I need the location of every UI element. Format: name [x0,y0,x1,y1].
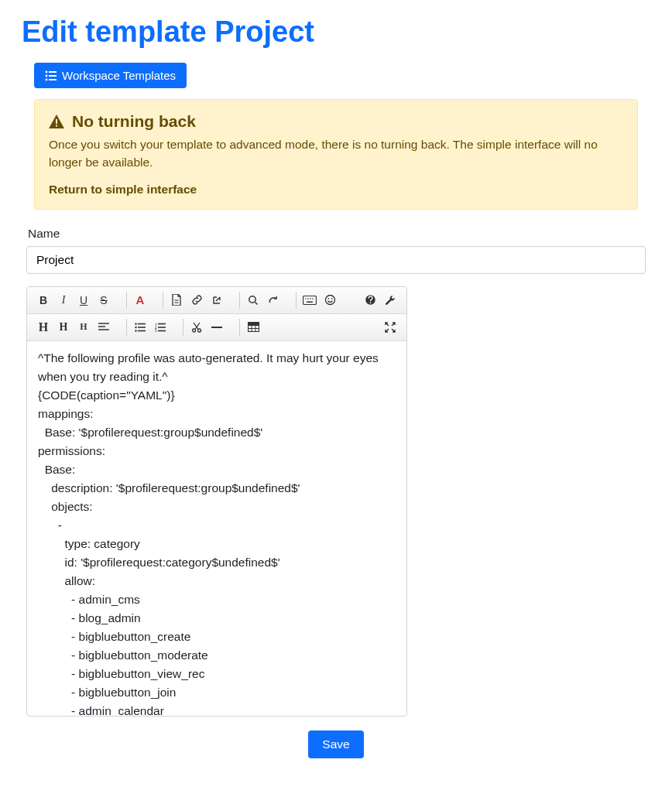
name-input[interactable] [26,246,646,274]
workspace-templates-button[interactable]: Workspace Templates [34,63,187,88]
svg-point-15 [325,296,334,305]
svg-point-8 [249,296,255,302]
svg-rect-29 [158,327,166,328]
svg-point-20 [135,323,136,324]
redo-button[interactable] [263,290,283,310]
fullscreen-button[interactable] [380,317,400,337]
numbered-list-button[interactable]: 123 [150,317,170,337]
rich-text-editor: B I U S A [26,286,407,717]
svg-point-17 [331,298,332,299]
hr-button[interactable] [207,317,227,337]
workspace-templates-label: Workspace Templates [62,69,176,82]
return-simple-link[interactable]: Return to simple interface [49,183,197,196]
svg-point-33 [198,329,201,332]
cut-button[interactable] [187,317,207,337]
warning-alert: No turning back Once you switch your tem… [34,99,638,210]
svg-point-22 [135,326,136,327]
svg-rect-14 [307,301,313,303]
italic-button[interactable]: I [53,290,74,310]
keyboard-icon[interactable] [300,290,320,310]
warning-icon [49,115,72,128]
bullet-list-button[interactable] [130,317,150,337]
svg-rect-6 [56,119,57,124]
toolbar-row-1: B I U S A [27,287,406,314]
alert-title: No turning back [49,112,623,131]
separator [239,319,240,336]
svg-rect-5 [49,79,57,80]
page-title: Edit template Project [22,15,650,49]
svg-point-0 [46,70,48,73]
svg-point-24 [135,330,136,331]
underline-button[interactable]: U [74,290,94,310]
svg-point-11 [307,298,309,299]
svg-point-10 [305,298,307,299]
align-button[interactable] [94,317,114,337]
list-icon [45,70,62,81]
text-color-button[interactable]: A [130,290,150,310]
svg-rect-36 [248,323,259,326]
save-button[interactable]: Save [308,730,363,758]
svg-rect-34 [211,327,222,328]
bold-button[interactable]: B [33,290,53,310]
svg-point-13 [312,298,314,299]
svg-point-2 [46,74,48,77]
separator [239,292,240,309]
svg-rect-7 [56,125,57,127]
separator [126,319,127,336]
svg-rect-21 [138,323,146,324]
separator [296,292,297,309]
strike-button[interactable]: S [94,290,114,310]
svg-point-19 [369,302,371,303]
search-button[interactable] [243,290,263,310]
file-button[interactable] [166,290,187,310]
h3-button[interactable]: H [74,317,94,337]
external-link-button[interactable] [207,290,227,310]
separator [126,292,127,309]
editor-textarea[interactable]: ^The following profile was auto-generate… [27,341,406,716]
svg-rect-3 [49,75,57,77]
separator [183,319,183,336]
emoji-button[interactable] [320,290,340,310]
svg-rect-25 [138,330,146,331]
svg-rect-27 [158,323,166,324]
svg-point-12 [310,298,311,299]
separator [163,292,163,309]
toolbar-row-2: H H H 123 [27,314,406,341]
svg-rect-31 [158,330,166,331]
name-label: Name [28,227,646,241]
link-button[interactable] [187,290,207,310]
svg-rect-23 [138,327,146,328]
table-button[interactable] [243,317,263,337]
wrench-icon[interactable] [380,290,400,310]
alert-body: Once you switch your template to advance… [49,135,623,172]
svg-text:3: 3 [155,329,157,332]
alert-title-text: No turning back [72,112,196,131]
h1-button[interactable]: H [33,317,53,337]
svg-point-16 [327,298,329,299]
h2-button[interactable]: H [53,317,74,337]
svg-point-32 [193,329,196,332]
help-button[interactable] [360,290,380,310]
svg-rect-9 [303,296,317,304]
svg-rect-1 [49,71,57,73]
svg-point-4 [46,78,48,80]
